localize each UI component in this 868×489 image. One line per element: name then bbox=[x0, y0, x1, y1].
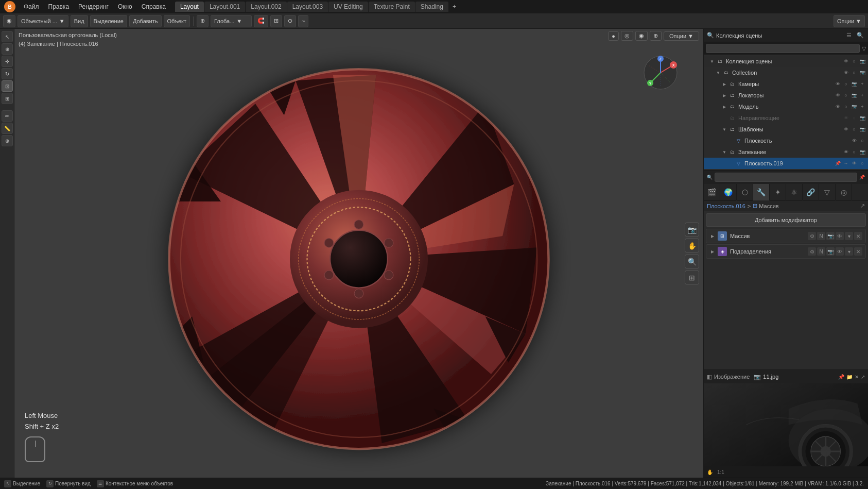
props-tab-object[interactable]: ⬡ bbox=[737, 184, 753, 200]
img-viewer-close-btn[interactable]: ✕ bbox=[855, 374, 859, 380]
select-tool[interactable]: ↖ bbox=[2, 31, 13, 42]
zoom-btn[interactable]: 🔍 bbox=[685, 254, 699, 268]
tab-texture-paint[interactable]: Texture Paint bbox=[369, 2, 415, 12]
outliner-search-input[interactable] bbox=[706, 44, 860, 53]
modifier-подразделения-arrow[interactable] bbox=[709, 248, 716, 255]
transform-dropdown[interactable]: Глоба... ▼ bbox=[211, 15, 252, 27]
mod-subdiv-camera-btn[interactable]: 📷 bbox=[826, 247, 835, 256]
move-tool[interactable]: ✛ bbox=[2, 56, 13, 67]
object-btn[interactable]: Объект bbox=[164, 15, 190, 27]
tree-arrow-cameras[interactable] bbox=[721, 81, 727, 87]
cameras-restrict-btn[interactable]: ○ bbox=[842, 80, 849, 88]
scene-restrict-btn[interactable]: ○ bbox=[850, 58, 858, 65]
tab-layout001[interactable]: Layout.001 bbox=[204, 2, 245, 12]
grid-btn[interactable]: ⊞ bbox=[270, 15, 282, 27]
mod-массив-down-btn[interactable]: ▾ bbox=[845, 232, 853, 240]
modifier-подразделения-header[interactable]: ◈ Подразделения ⚙ N 📷 👁 ▾ ✕ bbox=[706, 244, 866, 259]
tab-add-button[interactable]: + bbox=[449, 2, 460, 12]
mod-subdiv-down-btn[interactable]: ▾ bbox=[845, 247, 853, 256]
outliner-row-templates[interactable]: 🗂 Шаблоны 👁 ○ 📷 bbox=[704, 124, 868, 135]
tab-layout[interactable]: Layout bbox=[175, 2, 204, 12]
outliner-row-cameras[interactable]: 🗂 Камеры 👁 ○ 📷 + bbox=[704, 78, 868, 90]
props-expand-btn[interactable]: ↗ bbox=[860, 203, 865, 209]
scale-tool[interactable]: ⊡ bbox=[2, 80, 13, 92]
templates-eye-btn[interactable]: 👁 bbox=[842, 126, 849, 133]
menu-file[interactable]: Файл bbox=[20, 2, 43, 11]
plosk019-pin-btn[interactable]: 📌 bbox=[834, 160, 841, 167]
outliner-row-model[interactable]: 🗂 Модель 👁 ○ 📷 + bbox=[704, 101, 868, 112]
outliner-row-locators[interactable]: 🗂 Локаторы 👁 ○ 📷 + bbox=[704, 90, 868, 101]
modifier-массив-arrow[interactable] bbox=[709, 233, 716, 239]
snap-btn[interactable]: 🧲 bbox=[254, 15, 268, 27]
scene-eye-btn[interactable]: 👁 bbox=[842, 58, 849, 65]
viewport-shading-rendered[interactable]: ◉ bbox=[635, 31, 648, 41]
grid-view-btn[interactable]: ⊞ bbox=[685, 270, 699, 284]
outliner-row-guides[interactable]: 🗂 Направляющие 👁 ○ 📷 bbox=[704, 112, 868, 124]
tab-uv-editing[interactable]: UV Editing bbox=[328, 2, 368, 12]
templates-restrict-btn[interactable]: ○ bbox=[850, 126, 858, 133]
options-dropdown-btn[interactable]: Опции ▼ bbox=[664, 31, 699, 41]
tab-shading[interactable]: Shading bbox=[415, 2, 448, 12]
plosk-restrict-btn[interactable]: ○ bbox=[859, 137, 866, 144]
tree-arrow-baking[interactable] bbox=[721, 149, 727, 155]
props-tab-particles[interactable]: ✦ bbox=[770, 184, 786, 200]
props-tab-material[interactable]: ◎ bbox=[836, 184, 852, 200]
templates-render-btn[interactable]: 📷 bbox=[859, 126, 866, 133]
viewport-shading-solid[interactable]: ● bbox=[608, 31, 619, 41]
add-tool[interactable]: ⊕ bbox=[2, 135, 13, 146]
modifier-массив-header[interactable]: ⊞ Массив ⚙ N 📷 👁 ▾ ✕ bbox=[706, 229, 866, 243]
props-tab-modifier[interactable]: 🔧 bbox=[753, 184, 770, 200]
cameras-render-btn[interactable]: 📷 bbox=[850, 80, 858, 88]
navigation-gizmo[interactable]: X Y Z bbox=[643, 55, 679, 91]
guides-eye-btn[interactable]: 👁 bbox=[842, 114, 849, 122]
img-viewer-folder-btn[interactable]: 📁 bbox=[846, 374, 853, 380]
zoom-camera-btn[interactable]: 📷 bbox=[685, 222, 699, 237]
add-btn[interactable]: Добавить bbox=[129, 15, 162, 27]
img-viewer-expand-btn[interactable]: ↗ bbox=[861, 374, 865, 380]
props-search-input[interactable] bbox=[715, 173, 857, 182]
mode-icon-btn[interactable]: ◉ bbox=[3, 15, 15, 27]
outliner-search-btn[interactable]: 🔍 bbox=[856, 31, 865, 40]
model-eye-btn[interactable]: 👁 bbox=[834, 103, 841, 110]
falloff-btn[interactable]: ~ bbox=[298, 15, 308, 27]
baking-restrict-btn[interactable]: ○ bbox=[850, 148, 858, 156]
guides-restrict-btn[interactable]: ○ bbox=[850, 114, 858, 122]
plosk019-restrict-btn[interactable]: ○ bbox=[859, 160, 866, 167]
rotate-tool[interactable]: ↻ bbox=[2, 68, 13, 79]
outliner-row-collection[interactable]: 🗂 Collection 👁 ○ 📷 bbox=[704, 67, 868, 78]
tree-arrow-guides[interactable] bbox=[721, 115, 727, 121]
mod-массив-remove-btn[interactable]: ✕ bbox=[854, 232, 862, 240]
pan-btn[interactable]: ✋ bbox=[685, 238, 699, 252]
outliner-filter-icon[interactable]: ▽ bbox=[862, 45, 866, 52]
outliner-filter-btn[interactable]: ☰ bbox=[844, 31, 854, 40]
locators-restrict-btn[interactable]: ○ bbox=[842, 92, 849, 99]
props-tab-constraints[interactable]: 🔗 bbox=[803, 184, 819, 200]
tab-layout002[interactable]: Layout.002 bbox=[246, 2, 286, 12]
tree-arrow-templates[interactable] bbox=[721, 126, 727, 132]
tree-arrow-collection[interactable] bbox=[715, 70, 721, 76]
transform-icon[interactable]: ⊕ bbox=[197, 15, 209, 27]
tree-arrow-locators[interactable] bbox=[721, 92, 727, 98]
select-btn[interactable]: Выделение bbox=[90, 15, 127, 27]
model-render-btn[interactable]: 📷 bbox=[850, 103, 858, 110]
mod-массив-eye-btn[interactable]: 👁 bbox=[836, 232, 844, 240]
menu-help[interactable]: Справка bbox=[137, 2, 170, 11]
transform-tool[interactable]: ⊞ bbox=[2, 93, 13, 104]
cursor-tool[interactable]: ⊕ bbox=[2, 43, 13, 55]
scene-render-btn[interactable]: 📷 bbox=[859, 58, 866, 65]
measure-tool[interactable]: 📏 bbox=[2, 123, 13, 134]
mod-массив-settings-btn[interactable]: ⚙ bbox=[808, 232, 816, 240]
mode-dropdown[interactable]: Объектный ... ▼ bbox=[18, 15, 68, 27]
plosk-eye-btn[interactable]: 👁 bbox=[850, 137, 858, 144]
locators-eye-btn[interactable]: 👁 bbox=[834, 92, 841, 99]
img-viewer-pin-btn[interactable]: 📌 bbox=[838, 374, 844, 380]
plosk019-arrow-btn[interactable]: → bbox=[842, 160, 849, 167]
proportional-btn[interactable]: ⊙ bbox=[284, 15, 296, 27]
outliner-row-plosk019[interactable]: ▽ Плоскость.019 📌 → 👁 ○ bbox=[704, 158, 868, 169]
view-btn[interactable]: Вид bbox=[71, 15, 88, 27]
menu-edit[interactable]: Правка bbox=[44, 2, 74, 11]
collection-eye-btn[interactable]: 👁 bbox=[842, 69, 849, 76]
menu-window[interactable]: Окно bbox=[114, 2, 136, 11]
baking-eye-btn[interactable]: 👁 bbox=[842, 148, 849, 156]
mod-subdiv-eye-btn[interactable]: 👁 bbox=[836, 247, 844, 256]
